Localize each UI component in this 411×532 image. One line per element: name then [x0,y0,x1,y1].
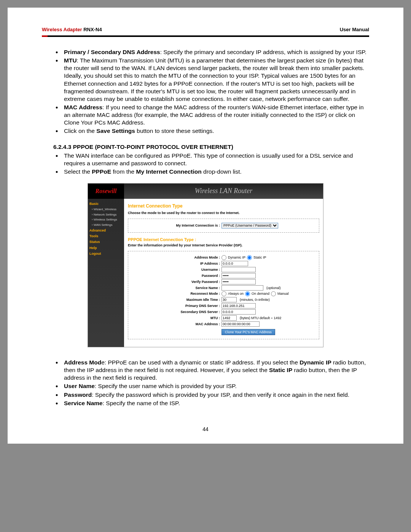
bullet-list-mid: The WAN interface can be configured as P… [42,152,369,176]
svc-input[interactable] [221,285,263,291]
reconn-label: Reconnect Mode : [132,292,221,296]
bullet-password: Password: Specify the password which is … [64,391,369,399]
bullet-list-bottom: Address Mode: PPPoE can be used with a d… [42,359,369,407]
bullet-mtu: MTU: The Maximum Transmission Unit (MTU)… [64,57,369,103]
router-header: Rosewill Wireless LAN Router [88,184,323,199]
pass-label: Password : [132,274,221,278]
bullet-select-pppoe: Select the PPPoE from the My Internet Co… [64,168,369,176]
sidebar-status[interactable]: Status [89,239,123,245]
page-header: Wireless Adapter RNX-N4 User Manual [42,27,369,35]
static-ip-text: Static IP [253,256,266,259]
user-input[interactable] [221,267,256,272]
ip-input[interactable] [221,261,248,266]
bullet-addr-mode: Address Mode: PPPoE can be used with a d… [64,359,369,382]
sdns-input[interactable] [221,309,256,315]
sidebar-tools[interactable]: Tools [89,233,123,239]
sidebar-network[interactable]: › Network Settings [89,212,123,217]
pppoe-box: Address Mode : Dynamic IP Static IP IP A… [128,251,319,339]
bullet-mac: MAC Address: If you need to change the M… [64,104,369,126]
conn-select[interactable]: PPPoE (Username / Password) [221,223,278,228]
dynamic-ip-radio[interactable] [221,255,226,260]
mtu-hint: (bytes) MTU default = 1492 [240,316,281,320]
bullet-dns: Primary / Secondary DNS Address: Specify… [64,48,369,56]
bullet-save: Click on the Save Settings button to sto… [64,127,369,135]
router-logo: Rosewill [88,184,124,199]
reconn-always-radio[interactable] [221,291,226,296]
sidebar-wan[interactable]: › WAN Settings [89,222,123,228]
vpass-input[interactable] [221,279,256,284]
router-screenshot: Rosewill Wireless LAN Router Basic › Wiz… [88,183,323,347]
bullet-username: User Name: Specify the user name which i… [64,382,369,390]
manual-page: Wireless Adapter RNX-N4 User Manual Prim… [8,8,403,444]
sidebar-wireless[interactable]: › Wireless Settings [89,217,123,222]
header-rule [42,35,369,37]
connection-type-box: My Internet Connection is : PPPoE (Usern… [128,219,319,233]
model-name: RNX-N4 [83,27,102,32]
router-sidebar: Basic › Wizard_Wireless › Network Settin… [88,199,124,347]
pdns-input[interactable] [221,303,256,308]
clone-mac-button[interactable]: Clone Your PC's MAC Address [221,329,275,335]
mac-label: MAC Address : [132,322,221,326]
content-help2: Enter the information provided by your I… [128,243,319,247]
mtu-label: MTU : [132,316,221,320]
reconn-manual-text: Manual [277,292,289,296]
reconn-always-text: Always on [228,292,244,296]
router-content: Internet Connection Type Choose the mode… [124,199,323,347]
svc-label: Service Name : [132,286,221,290]
idle-input[interactable] [221,297,237,302]
router-title: Wireless LAN Router [124,187,323,195]
sdns-label: Secondary DNS Server : [132,310,221,314]
mac-input[interactable] [221,321,260,327]
pass-input[interactable] [221,273,256,278]
sidebar-logout[interactable]: Logout [89,251,123,257]
router-body: Basic › Wizard_Wireless › Network Settin… [88,199,323,347]
sidebar-wizard[interactable]: › Wizard_Wireless [89,207,123,212]
section-heading-pppoe: 6.2.4.3 PPPOE (POINT-TO-POINT PROTOCOL O… [53,144,369,150]
sidebar-help[interactable]: Help [89,245,123,251]
brand-name: Wireless Adapter [42,27,82,32]
idle-hint: (minutes, 0=infinite) [240,298,270,302]
idle-label: Maximum Idle Time : [132,298,221,302]
conn-label: My Internet Connection is : [132,224,221,227]
content-h1: Internet Connection Type [128,203,319,209]
reconn-demand-text: On demand [252,292,269,296]
reconn-demand-radio[interactable] [245,291,250,296]
svc-hint: (optional) [266,286,281,290]
bullet-wan-desc: The WAN interface can be configured as P… [64,152,369,167]
header-right: User Manual [340,27,369,32]
pdns-label: Primary DNS Server : [132,304,221,308]
vpass-label: Verify Password : [132,280,221,284]
header-left: Wireless Adapter RNX-N4 [42,27,102,32]
content-h2: PPPOE Internet Connection Type : [128,237,319,242]
user-label: Username : [132,268,221,272]
dynamic-ip-text: Dynamic IP [228,256,245,259]
mtu-input[interactable] [221,315,237,321]
sidebar-basic[interactable]: Basic [89,201,123,207]
bullet-service-name: Service Name: Specify the name of the IS… [64,399,369,407]
content-help1: Choose the mode to be used by the router… [128,211,319,215]
bullet-list-top: Primary / Secondary DNS Address: Specify… [42,48,369,135]
addr-mode-label: Address Mode : [132,256,221,259]
page-number: 44 [42,426,369,432]
ip-label: IP Address : [132,262,221,265]
reconn-manual-radio[interactable] [271,291,276,296]
sidebar-advanced[interactable]: Advanced [89,228,123,233]
static-ip-radio[interactable] [247,255,252,260]
